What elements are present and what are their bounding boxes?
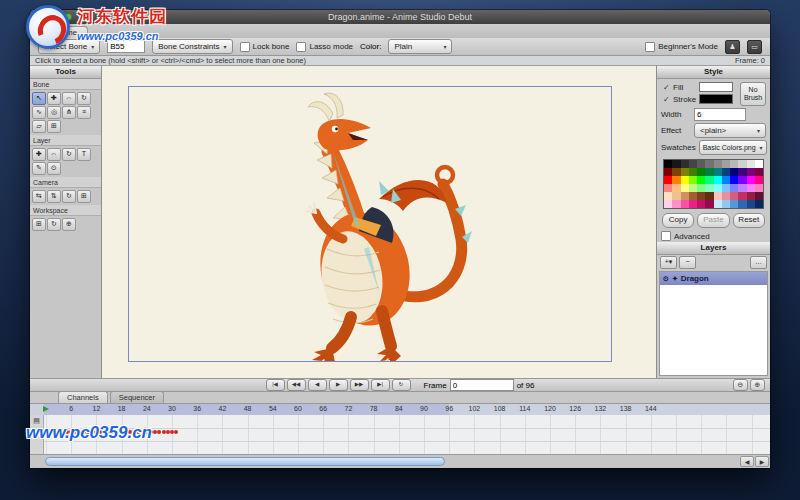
lock-bone-checkbox[interactable]: Lock bone xyxy=(240,42,290,52)
color-swatch[interactable] xyxy=(755,200,763,208)
paste-button[interactable]: Paste xyxy=(697,213,729,228)
color-swatch[interactable] xyxy=(738,200,746,208)
select-bone-group-tool[interactable]: ⊞ xyxy=(47,120,61,133)
color-swatch[interactable] xyxy=(747,200,755,208)
stroke-color-swatch[interactable] xyxy=(699,94,733,104)
tab-sequencer[interactable]: Sequencer xyxy=(110,391,164,403)
color-swatch[interactable] xyxy=(714,168,722,176)
color-swatch[interactable] xyxy=(689,192,697,200)
translate-bone-tool[interactable]: ✚ xyxy=(47,92,61,105)
color-swatch[interactable] xyxy=(681,160,689,168)
color-swatch[interactable] xyxy=(714,160,722,168)
color-swatch[interactable] xyxy=(664,184,672,192)
color-swatch[interactable] xyxy=(681,168,689,176)
color-swatch[interactable] xyxy=(697,192,705,200)
color-swatch[interactable] xyxy=(664,200,672,208)
color-swatch[interactable] xyxy=(672,168,680,176)
color-swatch[interactable] xyxy=(672,160,680,168)
color-swatch[interactable] xyxy=(689,160,697,168)
display-icon[interactable]: ▭ xyxy=(747,40,762,54)
loop-button[interactable]: ↻ xyxy=(392,379,411,391)
color-swatch[interactable] xyxy=(705,160,713,168)
color-swatch[interactable] xyxy=(672,200,680,208)
insert-text-tool[interactable]: T xyxy=(77,148,91,161)
color-swatch[interactable] xyxy=(681,200,689,208)
advanced-checkbox[interactable]: Advanced xyxy=(661,231,710,241)
roll-camera-tool[interactable]: ↻ xyxy=(62,190,76,203)
color-swatch[interactable] xyxy=(664,160,672,168)
scroll-left-button[interactable]: ◀ xyxy=(740,456,754,467)
color-swatch[interactable] xyxy=(689,184,697,192)
color-swatch[interactable] xyxy=(730,168,738,176)
lasso-mode-checkbox[interactable]: Lasso mode xyxy=(296,42,353,52)
color-swatch[interactable] xyxy=(755,184,763,192)
color-swatch[interactable] xyxy=(705,200,713,208)
color-swatch[interactable] xyxy=(697,168,705,176)
color-swatch[interactable] xyxy=(697,160,705,168)
eyedropper-tool[interactable]: ⊙ xyxy=(47,162,61,175)
playhead-marker[interactable] xyxy=(43,406,49,412)
bone-strength-tool[interactable]: ◎ xyxy=(47,106,61,119)
color-swatch[interactable] xyxy=(730,192,738,200)
color-swatch[interactable] xyxy=(714,176,722,184)
color-swatch[interactable] xyxy=(730,160,738,168)
color-swatch[interactable] xyxy=(722,176,730,184)
new-layer-button[interactable]: +▾ xyxy=(660,256,677,269)
tab-channels[interactable]: Channels xyxy=(58,391,108,403)
layer-row[interactable]: ⊙✦Dragon xyxy=(660,272,767,285)
color-swatch[interactable] xyxy=(738,192,746,200)
step-back-button[interactable]: ◀ xyxy=(308,379,327,391)
color-swatch[interactable] xyxy=(747,184,755,192)
color-swatch[interactable] xyxy=(689,168,697,176)
keyframe-dot[interactable] xyxy=(174,430,178,434)
color-swatch[interactable] xyxy=(672,176,680,184)
layer-menu-button[interactable]: … xyxy=(750,256,767,269)
color-swatch[interactable] xyxy=(738,184,746,192)
color-swatch[interactable] xyxy=(747,168,755,176)
color-swatch[interactable] xyxy=(722,184,730,192)
color-swatch[interactable] xyxy=(738,176,746,184)
color-swatch[interactable] xyxy=(697,184,705,192)
color-swatch[interactable] xyxy=(697,200,705,208)
no-brush-button[interactable]: No Brush xyxy=(740,82,766,106)
delete-layer-button[interactable]: − xyxy=(679,256,696,269)
track-camera-tool[interactable]: ⇆ xyxy=(32,190,46,203)
scale-bone-tool[interactable]: ⇔ xyxy=(62,92,76,105)
color-swatch[interactable] xyxy=(738,168,746,176)
color-swatch[interactable] xyxy=(689,200,697,208)
jump-start-button[interactable]: |◀ xyxy=(266,379,285,391)
frame-input[interactable] xyxy=(450,379,514,391)
pan-workspace-tool[interactable]: ⊞ xyxy=(32,218,46,231)
reset-button[interactable]: Reset xyxy=(733,213,765,228)
color-swatch[interactable] xyxy=(755,160,763,168)
bind-points-tool[interactable]: ▱ xyxy=(32,120,46,133)
add-bone-tool[interactable]: ∿ xyxy=(32,106,46,119)
color-swatch[interactable] xyxy=(705,192,713,200)
color-swatch[interactable] xyxy=(722,192,730,200)
color-swatch[interactable] xyxy=(681,176,689,184)
fill-check-icon[interactable]: ✓ xyxy=(663,83,670,92)
color-swatch[interactable] xyxy=(747,176,755,184)
scroll-right-button[interactable]: ▶ xyxy=(755,456,769,467)
color-swatch[interactable] xyxy=(681,184,689,192)
effect-dropdown[interactable]: <plain> ▾ xyxy=(694,123,766,138)
timeline-zoom-out-icon[interactable]: ⊖ xyxy=(733,379,748,391)
zoom-camera-tool[interactable]: ⇅ xyxy=(47,190,61,203)
color-swatch[interactable] xyxy=(738,160,746,168)
color-swatch[interactable] xyxy=(689,176,697,184)
canvas[interactable] xyxy=(102,66,656,378)
color-swatch[interactable] xyxy=(714,200,722,208)
color-swatch[interactable] xyxy=(705,176,713,184)
translate-layer-tool[interactable]: ✚ xyxy=(32,148,46,161)
color-style-dropdown[interactable]: Plain ▾ xyxy=(388,39,452,54)
color-swatch[interactable] xyxy=(755,168,763,176)
select-bone-tool[interactable]: ↖ xyxy=(32,92,46,105)
color-swatch[interactable] xyxy=(730,184,738,192)
pan-tilt-camera-tool[interactable]: ⊞ xyxy=(77,190,91,203)
timeline-scrollbar[interactable]: ◀ ▶ xyxy=(30,454,770,468)
color-swatch[interactable] xyxy=(697,176,705,184)
color-swatch[interactable] xyxy=(664,168,672,176)
zoom-workspace-tool[interactable]: ⊕ xyxy=(62,218,76,231)
color-swatch[interactable] xyxy=(672,192,680,200)
step-forward-button[interactable]: ▶▶ xyxy=(350,379,369,391)
